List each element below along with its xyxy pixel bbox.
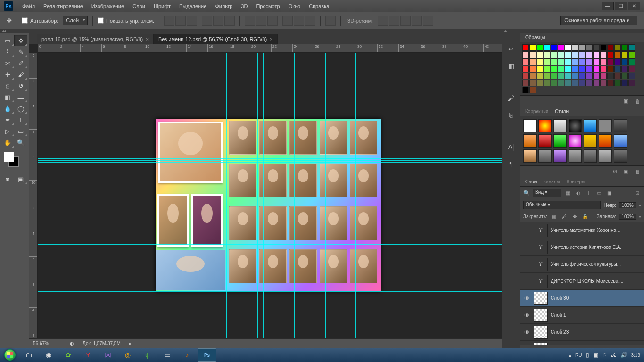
menu-Слои[interactable]: Слои [128, 0, 149, 12]
app-icon[interactable]: ▭ [158, 348, 177, 362]
network-icon[interactable]: 🖧 [611, 352, 617, 358]
swatch[interactable] [593, 44, 600, 51]
layer-filter-select[interactable]: Вид ▾ [533, 189, 561, 197]
swatch[interactable] [529, 44, 536, 51]
lock-trans-icon[interactable]: ▦ [550, 213, 558, 220]
swatch[interactable] [551, 58, 557, 65]
app-icon[interactable]: ♪ [178, 348, 197, 362]
visibility-toggle[interactable]: 👁 [522, 329, 531, 335]
swatch[interactable] [558, 73, 564, 79]
swatch[interactable] [565, 44, 571, 51]
style-swatch[interactable] [614, 149, 627, 163]
swatch[interactable] [529, 87, 536, 93]
style-swatch[interactable] [599, 149, 612, 163]
style-swatch[interactable] [538, 134, 552, 148]
swatch[interactable] [593, 73, 600, 79]
swatch[interactable] [572, 58, 578, 65]
swatch[interactable] [551, 51, 557, 58]
layer-name[interactable]: Учитель математики Хоронжа... [551, 228, 642, 233]
swatch[interactable] [614, 73, 621, 79]
gradient-tool[interactable]: ▬ [14, 91, 27, 103]
explorer-icon[interactable]: 🗀 [19, 348, 38, 362]
close-button[interactable]: ✕ [628, 2, 640, 10]
align-btn[interactable] [164, 16, 174, 26]
layer-item[interactable]: 👁Слой 22 [520, 341, 644, 345]
swatch[interactable] [537, 66, 543, 72]
swatch[interactable] [579, 51, 586, 58]
filter-toggle[interactable]: ⊡ [634, 189, 641, 197]
tray-icon[interactable]: ▯ [586, 352, 589, 358]
photo[interactable] [191, 194, 223, 247]
style-swatch[interactable] [614, 134, 627, 148]
action-center-icon[interactable]: ⚐ [602, 352, 607, 358]
align-btn[interactable] [175, 16, 186, 26]
photo[interactable] [350, 249, 377, 283]
history-brush-tool[interactable]: ↺ [14, 80, 27, 91]
swatch[interactable] [537, 58, 543, 65]
swatch[interactable] [551, 66, 557, 72]
style-swatch[interactable] [523, 134, 537, 148]
heal-tool[interactable]: ✚ [1, 69, 14, 80]
layer-item[interactable]: 👁Слой 1 [520, 307, 644, 324]
swatch[interactable] [593, 51, 600, 58]
eraser-tool[interactable]: ◧ [1, 91, 14, 103]
styles-tab[interactable]: Стили [554, 109, 570, 114]
layer-item[interactable]: 👁Слой 30 [520, 290, 644, 307]
m3d-btn[interactable] [378, 16, 388, 26]
layer-item[interactable]: TУчитель истории Кипяткова Е.А. [520, 239, 644, 256]
delete-swatch-btn[interactable]: 🗑 [633, 97, 642, 106]
swatch[interactable] [579, 44, 586, 51]
swatch[interactable] [522, 66, 529, 72]
expand-left-icon[interactable]: ◂◂ [2, 29, 6, 33]
new-style-btn[interactable]: ▣ [621, 167, 631, 176]
m3d-btn[interactable] [423, 16, 433, 26]
blur-tool[interactable]: 💧 [1, 103, 14, 114]
swatch[interactable] [628, 80, 635, 86]
swatch[interactable] [522, 58, 529, 65]
m3d-btn[interactable] [412, 16, 422, 26]
photo[interactable] [289, 249, 317, 283]
style-swatch[interactable] [523, 119, 537, 132]
app-icon[interactable]: ✿ [59, 348, 78, 362]
swatch[interactable] [537, 73, 543, 79]
panel-menu-icon[interactable]: ≡ [637, 179, 640, 185]
swatch[interactable] [544, 80, 550, 86]
swatch[interactable] [621, 44, 628, 51]
photoshop-taskbar-icon[interactable]: Ps [198, 348, 216, 362]
photo[interactable] [289, 121, 317, 155]
guide-horizontal[interactable] [38, 244, 502, 245]
guide-horizontal[interactable] [38, 201, 502, 201]
lock-pos-icon[interactable]: ✥ [571, 213, 578, 220]
style-swatch[interactable] [599, 119, 612, 132]
swatch[interactable] [565, 58, 571, 65]
style-swatch[interactable] [569, 149, 582, 163]
swatch[interactable] [558, 66, 564, 72]
align-btn[interactable] [202, 16, 212, 26]
close-tab-icon[interactable]: × [146, 37, 149, 42]
layer-name[interactable]: Слой 30 [551, 296, 642, 301]
swatch[interactable] [544, 58, 550, 65]
crop-tool[interactable]: ✂ [1, 58, 14, 69]
menu-Изображение[interactable]: Изображение [87, 0, 128, 12]
maximize-button[interactable]: ❐ [615, 2, 627, 10]
photo[interactable] [229, 249, 256, 283]
marquee-tool[interactable]: ▭ [1, 35, 14, 46]
swatch[interactable] [628, 73, 635, 79]
menu-Редактирование[interactable]: Редактирование [39, 0, 87, 12]
swatch[interactable] [607, 80, 614, 86]
swatch[interactable] [614, 44, 621, 51]
layer-item[interactable]: TУчитель математики Хоронжа... [520, 222, 644, 239]
photo[interactable] [320, 121, 347, 155]
style-swatch[interactable] [553, 134, 567, 148]
foreground-color[interactable] [4, 152, 14, 162]
style-swatch[interactable] [584, 134, 597, 148]
dist-btn[interactable] [294, 16, 304, 26]
menu-Выделение[interactable]: Выделение [175, 0, 211, 12]
channels-tab[interactable]: Каналы [542, 179, 561, 184]
lasso-tool[interactable]: ⌇ [1, 46, 14, 58]
swatch[interactable] [614, 51, 621, 58]
document[interactable] [156, 119, 381, 291]
dist-btn[interactable] [245, 16, 255, 26]
photo[interactable] [289, 164, 317, 197]
adjustments-tab[interactable]: Коррекция [524, 109, 549, 114]
